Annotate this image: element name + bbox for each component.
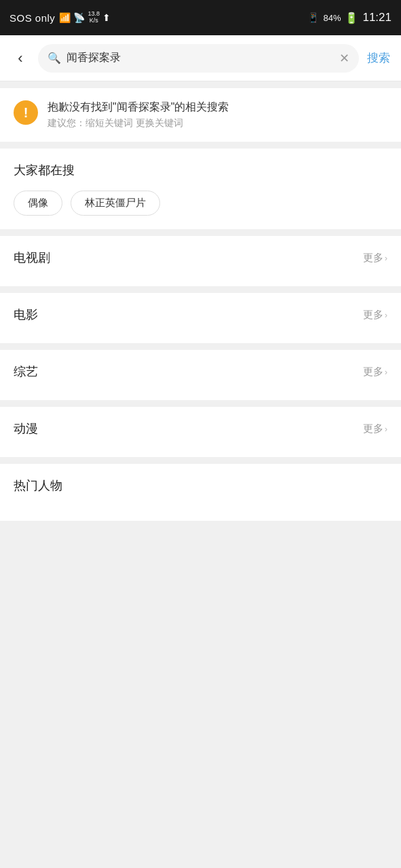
anime-header: 动漫 更多 › bbox=[14, 420, 387, 437]
error-subtitle: 建议您：缩短关键词 更换关键词 bbox=[47, 117, 229, 130]
search-query-text: 闻香探案录 bbox=[66, 51, 334, 65]
wifi-icon: 📡 bbox=[73, 12, 85, 23]
error-text-block: 抱歉没有找到"闻香探案录"的相关搜索 建议您：缩短关键词 更换关键词 bbox=[47, 100, 229, 130]
upload-icon: ⬆ bbox=[102, 12, 111, 23]
movie-title: 电影 bbox=[14, 307, 38, 323]
variety-header: 综艺 更多 › bbox=[14, 363, 387, 380]
chevron-right-icon: › bbox=[385, 310, 387, 320]
battery-percent: 84% bbox=[323, 13, 341, 23]
chevron-right-icon: › bbox=[385, 367, 387, 377]
exclamation-icon: ! bbox=[24, 106, 28, 119]
anime-section: 动漫 更多 › bbox=[0, 407, 401, 457]
trending-section: 大家都在搜 偶像 林正英僵尸片 bbox=[0, 149, 401, 229]
tags-container: 偶像 林正英僵尸片 bbox=[14, 191, 387, 216]
network-speed: 13.8 K/s bbox=[88, 11, 100, 24]
hot-person-title: 热门人物 bbox=[14, 479, 62, 492]
phone-icon: 📱 bbox=[307, 12, 319, 23]
search-icon: 🔍 bbox=[47, 52, 61, 64]
clock: 11:21 bbox=[362, 11, 392, 24]
chevron-right-icon: › bbox=[385, 253, 387, 263]
error-notice: ! 抱歉没有找到"闻香探案录"的相关搜索 建议您：缩短关键词 更换关键词 bbox=[0, 88, 401, 142]
variety-title: 综艺 bbox=[14, 363, 38, 380]
movie-more-link[interactable]: 更多 › bbox=[363, 309, 387, 321]
movie-header: 电影 更多 › bbox=[14, 307, 387, 323]
error-title: 抱歉没有找到"闻香探案录"的相关搜索 bbox=[47, 100, 229, 115]
trending-title: 大家都在搜 bbox=[14, 162, 75, 178]
warning-icon: ! bbox=[14, 100, 38, 125]
trending-header: 大家都在搜 bbox=[14, 162, 387, 178]
variety-more-link[interactable]: 更多 › bbox=[363, 366, 387, 378]
tv-more-link[interactable]: 更多 › bbox=[363, 252, 387, 264]
signal-icon: 📶 bbox=[59, 12, 71, 23]
tv-title: 电视剧 bbox=[14, 250, 50, 266]
variety-section: 综艺 更多 › bbox=[0, 350, 401, 400]
main-content: ! 抱歉没有找到"闻香探案录"的相关搜索 建议您：缩短关键词 更换关键词 大家都… bbox=[0, 81, 401, 868]
status-bar: SOS only 📶 📡 13.8 K/s ⬆ 📱 84% 🔋 11:21 bbox=[0, 0, 401, 35]
tv-section: 电视剧 更多 › bbox=[0, 236, 401, 286]
search-bar: ‹ 🔍 闻香探案录 ✕ 搜索 bbox=[0, 35, 401, 81]
status-left: SOS only 📶 📡 13.8 K/s ⬆ bbox=[9, 11, 111, 24]
search-input-wrapper[interactable]: 🔍 闻香探案录 ✕ bbox=[38, 44, 359, 73]
tag-item[interactable]: 偶像 bbox=[14, 191, 62, 216]
tv-header: 电视剧 更多 › bbox=[14, 250, 387, 266]
battery-icon: 🔋 bbox=[345, 12, 358, 24]
anime-more-link[interactable]: 更多 › bbox=[363, 422, 387, 435]
status-right: 📱 84% 🔋 11:21 bbox=[307, 11, 392, 24]
back-arrow-icon: ‹ bbox=[18, 50, 22, 67]
tag-item[interactable]: 林正英僵尸片 bbox=[71, 191, 160, 216]
search-button[interactable]: 搜索 bbox=[364, 50, 393, 66]
back-button[interactable]: ‹ bbox=[8, 46, 33, 71]
hot-person-section: 热门人物 bbox=[0, 464, 401, 521]
movie-section: 电影 更多 › bbox=[0, 293, 401, 343]
sos-label: SOS only bbox=[9, 12, 55, 24]
chevron-right-icon: › bbox=[385, 424, 387, 434]
clear-button[interactable]: ✕ bbox=[339, 51, 349, 66]
anime-title: 动漫 bbox=[14, 420, 38, 437]
signal-icons: 📶 📡 13.8 K/s ⬆ bbox=[59, 11, 111, 24]
